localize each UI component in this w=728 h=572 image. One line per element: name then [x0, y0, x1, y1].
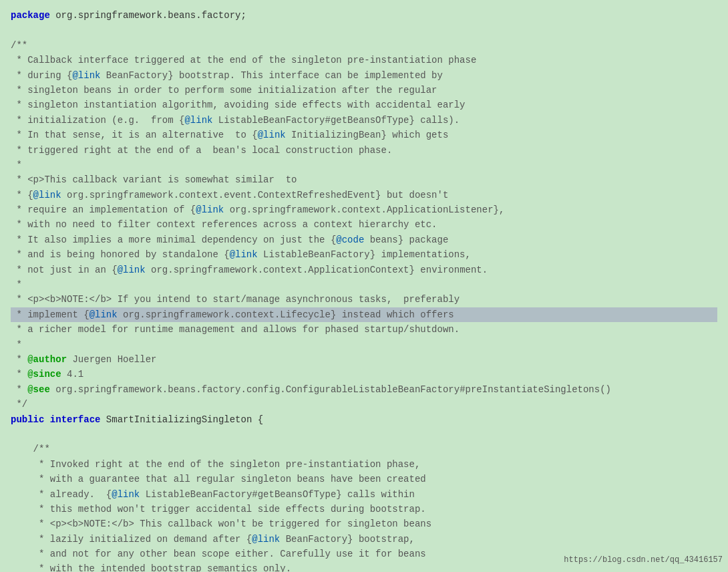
comment-line-1: * Callback interface triggered at the en…: [11, 53, 717, 67]
package-line: package org.springframework.beans.factor…: [11, 8, 717, 23]
blank-line-2: [11, 427, 717, 442]
comment-line-3: * singleton beans in order to perform so…: [11, 83, 717, 98]
blank-line-1: [11, 23, 717, 37]
method-comment-3: * already. {@link ListableBeanFactory#ge…: [11, 487, 717, 502]
comment-line-11: * require an implementation of {@link or…: [11, 202, 717, 217]
comment-line-18-highlight: * implement {@link org.springframework.c…: [11, 307, 717, 322]
method-comment-2: * with a guarantee that all regular sing…: [11, 472, 717, 486]
comment-line-6: * In that sense, it is an alternative to…: [11, 128, 717, 142]
method-comment-5: * <p><b>NOTE:</b> This callback won't be…: [11, 517, 717, 531]
comment-line-javadoc-start: /**: [11, 38, 717, 53]
comment-line-4: * singleton instantiation algorithm, avo…: [11, 98, 717, 112]
comment-line-author: * @author Juergen Hoeller: [11, 352, 717, 367]
comment-line-16: *: [11, 277, 717, 292]
method-comment-4: * this method won't trigger accidental s…: [11, 502, 717, 517]
comment-line-19: * a richer model for runtime management …: [11, 322, 717, 337]
comment-line-since: * @since 4.1: [11, 367, 717, 382]
method-comment-1: * Invoked right at the end of the single…: [11, 457, 717, 472]
comment-line-17: * <p><b>NOTE:</b> If you intend to start…: [11, 292, 717, 307]
comment-line-14: * and is being honored by standalone {@l…: [11, 247, 717, 262]
code-container: package org.springframework.beans.factor…: [11, 8, 717, 572]
comment-line-10: * {@link org.springframework.context.eve…: [11, 188, 717, 202]
method-comment-6: * lazily initialized on demand after {@l…: [11, 532, 717, 547]
comment-line-15: * not just in an {@link org.springframew…: [11, 263, 717, 277]
comment-line-13: * It also implies a more minimal depende…: [11, 233, 717, 247]
comment-line-2: * during {@link BeanFactory} bootstrap. …: [11, 68, 717, 83]
comment-line-9: * <p>This callback variant is somewhat s…: [11, 172, 717, 187]
comment-line-20: *: [11, 337, 717, 352]
watermark: https://blog.csdn.net/qq_43416157: [564, 554, 723, 567]
method-comment-start: /**: [11, 442, 717, 456]
comment-line-12: * with no need to filter context referen…: [11, 217, 717, 232]
comment-line-end: */: [11, 397, 717, 412]
comment-line-5: * initialization (e.g. from {@link Lista…: [11, 113, 717, 128]
interface-declaration: public interface SmartInitializingSingle…: [11, 412, 717, 427]
comment-line-7: * triggered right at the end of a bean's…: [11, 143, 717, 158]
comment-line-see: * @see org.springframework.beans.factory…: [11, 382, 717, 397]
comment-line-8: *: [11, 158, 717, 172]
